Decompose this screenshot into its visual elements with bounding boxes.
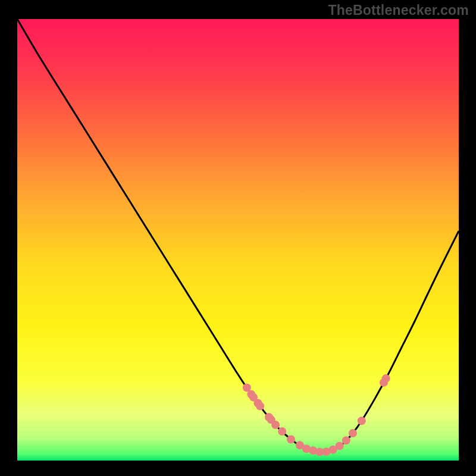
curve-marker — [287, 435, 295, 443]
curve-marker — [358, 416, 366, 425]
curve-marker — [256, 402, 264, 410]
chart-svg — [0, 0, 476, 476]
curve-marker — [278, 427, 286, 436]
curve-marker — [349, 429, 357, 437]
plot-area — [17, 19, 459, 461]
watermark-text: TheBottlenecker.com — [328, 2, 469, 18]
curve-marker — [336, 442, 344, 450]
curve-marker — [382, 374, 390, 383]
curve-marker — [342, 436, 350, 444]
curve-marker — [271, 421, 280, 429]
chart-stage: TheBottlenecker.com — [0, 0, 476, 476]
